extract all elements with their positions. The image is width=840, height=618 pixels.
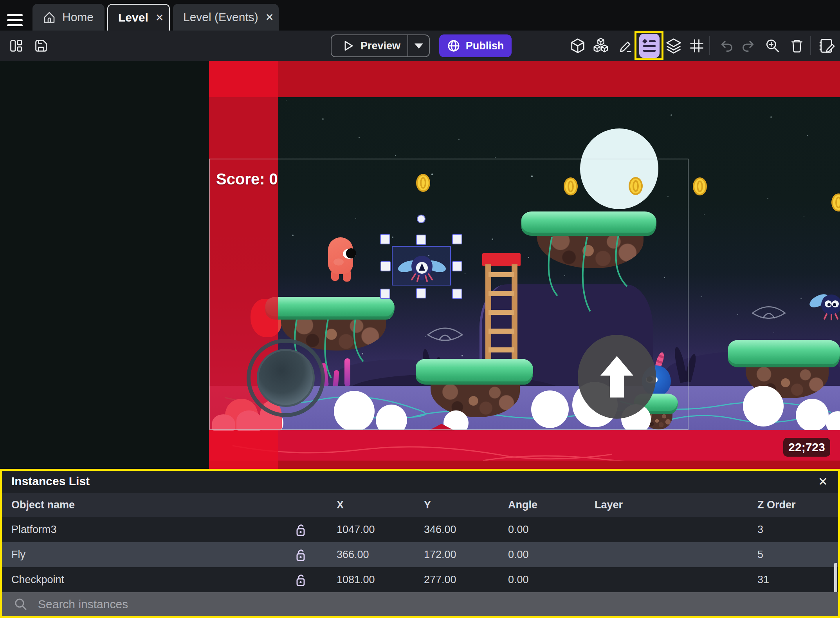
close-icon[interactable]: ✕ (265, 11, 275, 23)
red-ground (209, 430, 840, 469)
home-icon (43, 11, 56, 24)
zoom-button[interactable] (764, 37, 781, 54)
globe-icon (447, 39, 460, 52)
lock-icon[interactable] (295, 574, 306, 587)
instances-list-icon (639, 34, 660, 58)
cell-z-order: 31 (757, 567, 769, 592)
coin-sprite[interactable] (629, 177, 643, 195)
lock-icon[interactable] (295, 549, 306, 562)
layers-icon (665, 37, 683, 55)
object-groups-button[interactable] (592, 37, 610, 55)
play-icon (342, 40, 354, 52)
coin-sprite[interactable] (693, 177, 707, 195)
resize-handle-mid-right[interactable] (452, 261, 462, 271)
publish-button[interactable]: Publish (439, 34, 512, 57)
search-bar (2, 592, 838, 616)
score-text: Score: 0 (216, 170, 278, 188)
column-layer[interactable]: Layer (595, 493, 623, 517)
toolbar: Preview Publish (0, 31, 840, 61)
layout-icon (8, 38, 24, 54)
resize-handle-bottom-right[interactable] (452, 289, 462, 299)
table-header: Object name X Y Angle Layer Z Order (2, 493, 838, 517)
undo-button[interactable] (717, 37, 735, 55)
save-button[interactable] (33, 38, 49, 54)
preview-options-button[interactable] (408, 43, 429, 49)
table-row-selected[interactable]: Fly 366.00 172.00 0.00 5 (2, 542, 838, 567)
scene-canvas[interactable]: Score: 0 22;723 (0, 61, 840, 469)
instances-list-button[interactable] (639, 34, 660, 58)
chevron-down-icon (415, 43, 423, 49)
fly-selection-box[interactable] (392, 246, 451, 286)
fly-sprite-selected (398, 252, 446, 284)
resize-handle-bottom-left[interactable] (380, 289, 390, 299)
redo-icon (740, 37, 758, 55)
layers-button[interactable] (665, 37, 683, 55)
eye-decor (750, 303, 788, 323)
save-icon (33, 38, 49, 54)
search-icon (14, 597, 28, 611)
edit-object-button[interactable] (617, 37, 634, 54)
cursor-coordinates-badge: 22;723 (783, 438, 830, 457)
up-arrow-icon (597, 354, 636, 400)
tab-level-label: Level (118, 11, 148, 24)
delete-button[interactable] (788, 37, 806, 54)
pencil-icon (617, 37, 634, 54)
publish-label: Publish (466, 40, 504, 52)
red-top-band[interactable] (209, 61, 840, 97)
search-input[interactable] (37, 597, 587, 611)
cell-x: 366.00 (337, 542, 369, 567)
preview-label: Preview (361, 40, 400, 52)
close-icon[interactable]: ✕ (155, 12, 165, 23)
grid-icon (688, 37, 705, 54)
tab-bar: Home Level ✕ Level (Events) ✕ (0, 0, 840, 31)
scrollbar-thumb[interactable] (834, 563, 837, 593)
preview-button[interactable]: Preview (332, 40, 407, 52)
rotation-handle[interactable] (417, 215, 425, 223)
column-angle[interactable]: Angle (508, 493, 537, 517)
resize-handle-top-left[interactable] (380, 234, 390, 244)
column-object-name[interactable]: Object name (11, 493, 75, 517)
resize-handle-mid-left[interactable] (380, 261, 391, 271)
column-y[interactable]: Y (424, 493, 431, 517)
preview-button-group: Preview (331, 34, 430, 57)
table-row[interactable]: Platform3 1047.00 346.00 0.00 3 (2, 517, 838, 542)
instances-list-panel: Instances List ✕ Object name X Y Angle L… (0, 469, 840, 618)
layout-panels-button[interactable] (8, 38, 24, 54)
cell-angle: 0.00 (508, 517, 529, 542)
cloud (743, 386, 784, 426)
panel-title-bar: Instances List ✕ (2, 471, 838, 493)
cell-object-name: Platform3 (11, 517, 57, 542)
tab-level-events[interactable]: Level (Events) ✕ (173, 4, 279, 31)
cell-x: 1081.00 (337, 567, 375, 592)
column-z-order[interactable]: Z Order (757, 493, 796, 517)
coin-sprite[interactable] (564, 177, 578, 195)
redo-button[interactable] (740, 37, 758, 55)
lock-icon[interactable] (295, 524, 306, 537)
resize-handle-top-right[interactable] (452, 234, 462, 244)
tab-home-label: Home (62, 11, 94, 24)
cell-x: 1047.00 (337, 517, 375, 542)
cell-z-order: 3 (757, 517, 763, 542)
fly-sprite-right[interactable] (807, 290, 840, 321)
resize-handle-top-center[interactable] (416, 235, 426, 245)
cell-angle: 0.00 (508, 542, 529, 567)
cubes-group-icon (592, 37, 610, 55)
tab-home[interactable]: Home (32, 4, 105, 31)
add-object-button[interactable] (569, 37, 587, 55)
cell-y: 277.00 (424, 567, 456, 592)
tab-level[interactable]: Level ✕ (107, 4, 170, 31)
panel-title: Instances List (11, 475, 90, 488)
coin-sprite[interactable] (416, 174, 430, 192)
cell-object-name: Checkpoint (11, 567, 64, 592)
hamburger-menu-button[interactable] (7, 14, 23, 27)
cell-y: 346.00 (424, 517, 456, 542)
table-row[interactable]: Checkpoint 1081.00 277.00 0.00 31 (2, 567, 838, 592)
cell-y: 172.00 (424, 542, 456, 567)
column-x[interactable]: X (337, 493, 344, 517)
close-icon[interactable]: ✕ (818, 475, 828, 488)
undo-icon (717, 37, 735, 55)
cloud (796, 399, 829, 432)
resize-handle-bottom-center[interactable] (416, 288, 426, 298)
grid-button[interactable] (688, 37, 705, 54)
scene-properties-button[interactable] (818, 37, 836, 55)
